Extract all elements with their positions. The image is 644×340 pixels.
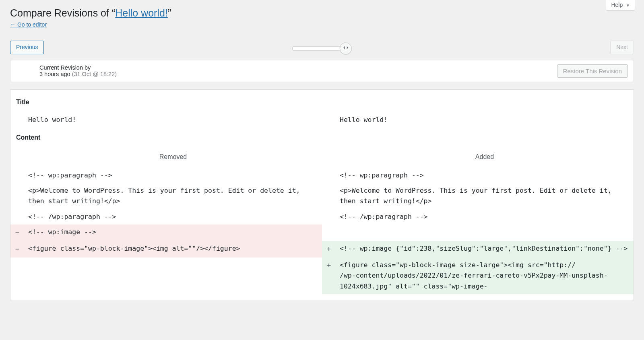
help-label: Help <box>611 2 623 8</box>
diff-cell-right: <p>Welcome to WordPress. This is your fi… <box>336 183 634 209</box>
previous-button[interactable]: Previous <box>10 41 44 54</box>
help-tab[interactable]: Help ▼ <box>606 0 635 10</box>
diff-gutter <box>10 209 24 225</box>
title-prefix: Compare Revisions of “ <box>10 7 115 19</box>
slider-track[interactable] <box>292 46 341 50</box>
go-to-editor-link[interactable]: ← Go to editor <box>10 21 47 28</box>
diff-cell-left: <p>Welcome to WordPress. This is your fi… <box>24 183 322 209</box>
diff-gutter-added: + <box>322 241 336 258</box>
diff-cell-removed: <!-- wp:image --> <box>24 225 322 241</box>
revision-timestamp: (31 Oct @ 18:22) <box>72 71 117 77</box>
diff-content-table: Removed Added <!-- wp:paragraph --> <!--… <box>10 148 634 294</box>
diff-cell-left: <!-- wp:paragraph --> <box>24 168 322 183</box>
diff-cell-added: <figure class="wp-block-image size-large… <box>336 258 634 294</box>
diff-section-title: Title <box>16 99 634 106</box>
revision-nav-row: Previous Next <box>10 38 634 60</box>
diff-cell-right: <!-- wp:paragraph --> <box>336 168 634 183</box>
diff-gutter <box>322 225 336 241</box>
title-suffix: ” <box>168 7 171 19</box>
diff-cell-right: Hello world! <box>336 112 634 128</box>
compare-icon <box>343 45 349 52</box>
revision-author-line: Current Revision by <box>39 64 117 71</box>
diff-gutter <box>322 209 336 225</box>
diff-cell-right: <!-- /wp:paragraph --> <box>336 209 634 225</box>
diff-gutter <box>10 112 24 128</box>
diff-gutter <box>10 168 24 183</box>
diff-gutter-added: + <box>322 258 336 294</box>
revision-time-ago: 3 hours ago <box>39 71 70 77</box>
revision-time-line: 3 hours ago (31 Oct @ 18:22) <box>39 71 117 77</box>
diff-cell-right <box>336 225 634 241</box>
next-button: Next <box>610 41 634 54</box>
diff-section-content: Content <box>16 134 634 141</box>
diff-gutter <box>322 168 336 183</box>
diff-gutter-removed: − <box>10 225 24 241</box>
restore-revision-button: Restore This Revision <box>557 64 628 78</box>
diff-gutter-removed: − <box>10 241 24 258</box>
diff-gutter <box>322 112 336 128</box>
diff-cell-left <box>24 258 322 294</box>
diff-gutter <box>322 183 336 209</box>
diff-cell-left: Hello world! <box>24 112 322 128</box>
revision-meta-bar: Current Revision by 3 hours ago (31 Oct … <box>10 60 634 82</box>
diff-gutter <box>10 258 24 294</box>
post-title-link[interactable]: Hello world! <box>115 7 168 19</box>
diff-cell-removed: <figure class="wp-block-image"><img alt=… <box>24 241 322 258</box>
chevron-down-icon: ▼ <box>626 3 630 8</box>
slider-handle[interactable] <box>340 42 352 54</box>
diff-title-table: Hello world! Hello world! <box>10 112 634 128</box>
page-title: Compare Revisions of “Hello world!” <box>10 0 634 19</box>
diff-cell-added: <!-- wp:image {"id":238,"sizeSlug":"larg… <box>336 241 634 258</box>
diff-cell-left: <!-- /wp:paragraph --> <box>24 209 322 225</box>
diff-panel: Title Hello world! Hello world! Content <box>10 89 634 301</box>
diff-gutter <box>10 183 24 209</box>
diff-added-header: Added <box>336 148 634 168</box>
revision-slider[interactable] <box>292 42 352 54</box>
diff-removed-header: Removed <box>24 148 322 168</box>
